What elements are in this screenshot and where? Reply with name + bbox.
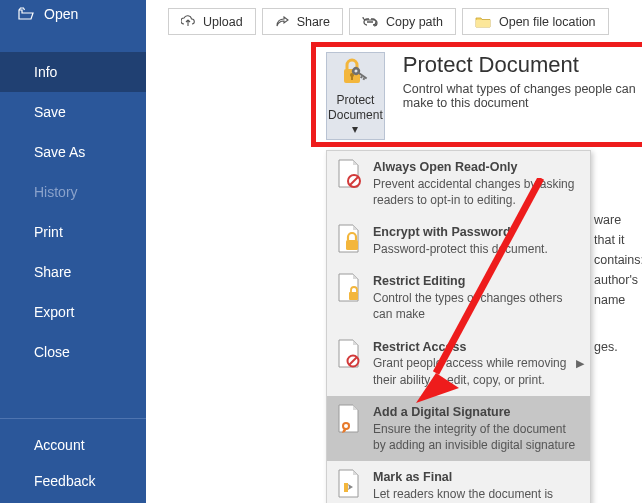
sidebar-bottom: Account Feedback (0, 418, 146, 503)
menu-add-digital-signature[interactable]: Add a Digital SignatureEnsure the integr… (327, 396, 590, 461)
nav-save[interactable]: Save (0, 92, 146, 132)
menu-always-read-only[interactable]: Always Open Read-OnlyPrevent accidental … (327, 151, 590, 216)
folder-open-icon (18, 7, 34, 21)
sidebar-open[interactable]: Open (0, 0, 146, 28)
encrypt-icon (336, 224, 362, 254)
upload-icon (181, 15, 195, 29)
protect-title: Protect Document (403, 52, 642, 78)
lock-key-icon (338, 55, 372, 89)
protect-button-label: ProtectDocument ▾ (327, 93, 384, 136)
nav-account[interactable]: Account (0, 427, 146, 463)
nav-save-as[interactable]: Save As (0, 132, 146, 172)
upload-button[interactable]: Upload (168, 8, 256, 35)
protect-document-button[interactable]: ProtectDocument ▾ (326, 52, 385, 140)
protect-hero-text: Protect Document Control what types of c… (403, 52, 642, 110)
menu-encrypt-password[interactable]: Encrypt with PasswordPassword-protect th… (327, 216, 590, 265)
sidebar-nav: Info Save Save As History Print Share Ex… (0, 28, 146, 418)
restrict-access-icon (336, 339, 362, 369)
protect-subtitle: Control what types of changes people can… (403, 82, 642, 110)
svg-rect-16 (344, 483, 348, 492)
sidebar-open-label: Open (44, 6, 78, 22)
folder-icon (475, 16, 491, 28)
link-icon (362, 17, 378, 27)
main-panel: Upload Share Copy path Open file locatio… (146, 0, 642, 503)
final-icon (336, 469, 362, 499)
nav-export[interactable]: Export (0, 292, 146, 332)
signature-icon (336, 404, 362, 434)
nav-print[interactable]: Print (0, 212, 146, 252)
open-file-location-button[interactable]: Open file location (462, 8, 609, 35)
copy-path-button[interactable]: Copy path (349, 8, 456, 35)
info-toolbar: Upload Share Copy path Open file locatio… (146, 0, 642, 35)
background-text-2: ges. (594, 340, 618, 354)
nav-info[interactable]: Info (0, 52, 146, 92)
nav-close[interactable]: Close (0, 332, 146, 372)
background-text: ware that it contains: author's name (594, 210, 642, 310)
restrict-edit-icon (336, 273, 362, 303)
svg-point-15 (344, 424, 348, 428)
nav-feedback[interactable]: Feedback (0, 463, 146, 499)
svg-rect-11 (349, 292, 358, 300)
svg-rect-10 (346, 240, 358, 250)
menu-restrict-access[interactable]: Restrict AccessGrant people access while… (327, 331, 590, 396)
backstage-sidebar: Open Info Save Save As History Print Sha… (0, 0, 146, 503)
nav-history: History (0, 172, 146, 212)
menu-mark-as-final[interactable]: Mark as FinalLet readers know the docume… (327, 461, 590, 503)
svg-rect-2 (351, 76, 353, 80)
menu-restrict-editing[interactable]: Restrict EditingControl the types of cha… (327, 265, 590, 330)
protect-hero: ProtectDocument ▾ Protect Document Contr… (326, 52, 642, 140)
share-icon (275, 15, 289, 29)
protect-document-menu: Always Open Read-OnlyPrevent accidental … (326, 150, 591, 503)
readonly-icon (336, 159, 362, 189)
nav-share[interactable]: Share (0, 252, 146, 292)
share-button[interactable]: Share (262, 8, 343, 35)
submenu-caret-icon: ▶ (576, 357, 584, 370)
